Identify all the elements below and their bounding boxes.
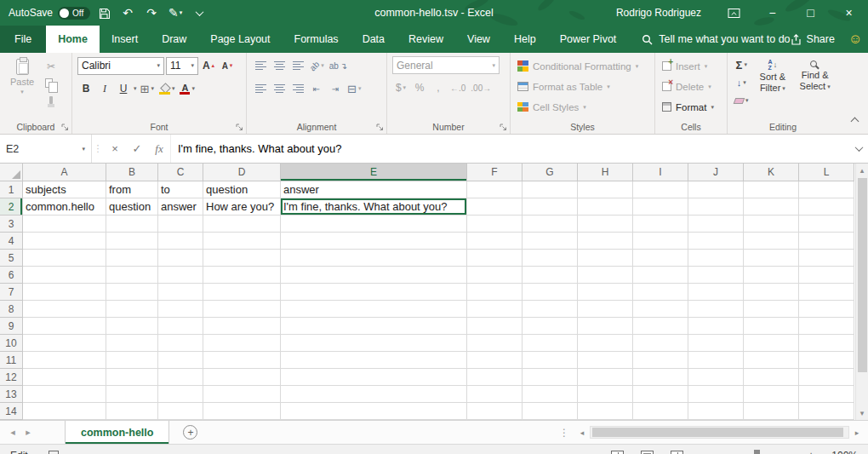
cell-K10[interactable] [744,335,799,352]
font-size-select[interactable]: 11 ▾ [166,57,198,75]
cell-A4[interactable] [23,233,106,250]
tab-formulas[interactable]: Formulas [283,26,351,53]
collapse-ribbon-button[interactable] [852,115,858,127]
font-color-button[interactable]: A ▾ [178,79,197,98]
vertical-scroll-thumb[interactable] [858,178,867,372]
redo-button[interactable]: ↷ [141,2,162,24]
cell-K7[interactable] [744,284,799,301]
font-name-select[interactable]: Calibri ▾ [77,57,164,75]
alignment-dialog-launcher[interactable] [374,122,385,132]
cell-I9[interactable] [633,318,688,335]
maximize-button[interactable]: □ [791,0,830,26]
insert-function-button[interactable]: fx [148,135,170,163]
cell-J1[interactable] [688,181,744,198]
cell-D12[interactable] [203,369,281,386]
cell-E2[interactable]: I'm fine, thanks. What about you? [281,198,467,216]
cell-F14[interactable] [467,403,523,420]
cell-F1[interactable] [467,181,523,198]
horizontal-scroll-thumb[interactable] [592,428,843,437]
fill-button[interactable]: ↓▾ [733,74,751,91]
tab-page-layout[interactable]: Page Layout [198,26,282,53]
cell-L10[interactable] [799,335,854,352]
cell-K5[interactable] [744,250,799,267]
cell-K3[interactable] [744,216,799,233]
zoom-level[interactable]: 100% [825,450,858,454]
cell-J3[interactable] [688,216,744,233]
tab-draw[interactable]: Draw [150,26,198,53]
row-header-12[interactable]: 12 [0,369,23,386]
cell-E5[interactable] [281,250,467,267]
cell-E4[interactable] [281,233,467,250]
cell-I6[interactable] [633,267,688,284]
cell-E6[interactable] [281,267,467,284]
column-header-G[interactable]: G [523,164,578,181]
align-center-button[interactable] [271,79,288,98]
scroll-up-button[interactable]: ▴ [860,165,865,175]
column-header-D[interactable]: D [203,164,281,181]
tell-me-box[interactable]: Tell me what you want to do [642,26,790,53]
cell-C7[interactable] [158,284,203,301]
column-header-E[interactable]: E [281,164,467,181]
column-header-H[interactable]: H [578,164,633,181]
cell-G1[interactable] [523,181,578,198]
column-header-J[interactable]: J [688,164,744,181]
cell-E11[interactable] [281,352,467,369]
tab-file[interactable]: File [0,26,46,53]
cell-J6[interactable] [688,267,744,284]
percent-style-button[interactable]: % [411,78,428,97]
feedback-smiley-icon[interactable]: ☺ [848,32,862,46]
cell-B13[interactable] [106,386,158,403]
cell-G11[interactable] [523,352,578,369]
cell-B4[interactable] [106,233,158,250]
cell-C8[interactable] [158,301,203,318]
cell-H4[interactable] [578,233,633,250]
number-format-select[interactable]: General ▾ [392,56,500,74]
cell-A7[interactable] [23,284,106,301]
cancel-button[interactable]: × [104,135,126,163]
cell-B8[interactable] [106,301,158,318]
align-right-button[interactable] [289,79,306,98]
cell-C2[interactable]: answer [158,198,203,216]
align-left-button[interactable] [252,79,269,98]
minimize-button[interactable]: − [753,0,791,26]
sheetbar-resize-handle[interactable]: ⋮ [559,427,569,439]
tab-home[interactable]: Home [46,26,100,53]
cell-D11[interactable] [203,352,281,369]
cell-B1[interactable]: from [106,181,158,198]
cell-I8[interactable] [633,301,688,318]
formula-input[interactable]: I'm fine, thanks. What about you? [170,135,849,163]
cell-C11[interactable] [158,352,203,369]
row-header-14[interactable]: 14 [0,403,23,420]
cell-H14[interactable] [578,403,633,420]
italic-button[interactable]: I [96,79,113,98]
cell-F12[interactable] [467,369,523,386]
format-painter-button[interactable] [43,92,60,108]
row-header-11[interactable]: 11 [0,352,23,369]
cell-C12[interactable] [158,369,203,386]
cell-J14[interactable] [688,403,744,420]
cell-B3[interactable] [106,216,158,233]
row-header-4[interactable]: 4 [0,233,23,250]
cell-G5[interactable] [523,250,578,267]
cell-L4[interactable] [799,233,854,250]
bottom-align-button[interactable] [289,56,306,75]
cell-E9[interactable] [281,318,467,335]
cell-G4[interactable] [523,233,578,250]
cell-L7[interactable] [799,284,854,301]
cell-E13[interactable] [281,386,467,403]
cell-C3[interactable] [158,216,203,233]
cell-A14[interactable] [23,403,106,420]
cell-L8[interactable] [799,301,854,318]
find-select-button[interactable]: Find & Select▾ [795,56,835,109]
cell-K12[interactable] [744,369,799,386]
cell-B2[interactable]: question [106,198,158,216]
zoom-out-button[interactable]: − [696,449,708,454]
cell-L9[interactable] [799,318,854,335]
cell-H11[interactable] [578,352,633,369]
cell-D10[interactable] [203,335,281,352]
format-as-table-button[interactable]: Format as Table ▾ [516,77,651,96]
cell-L6[interactable] [799,267,854,284]
name-box[interactable]: E2 ▾ [0,135,92,163]
tab-view[interactable]: View [455,26,502,53]
cell-C6[interactable] [158,267,203,284]
